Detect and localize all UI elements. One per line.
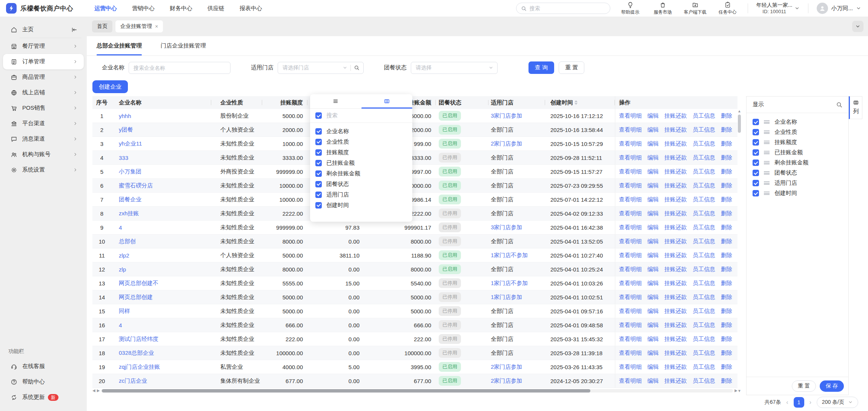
column-panel-tab[interactable]: 列 bbox=[849, 96, 862, 119]
action-link[interactable]: 查看明细 bbox=[619, 322, 642, 329]
applicable-stores-link[interactable]: 3家门店参加 bbox=[489, 224, 545, 231]
action-link[interactable]: 删除 bbox=[721, 252, 732, 259]
action-link[interactable]: 编辑 bbox=[647, 182, 659, 189]
drag-handle-icon[interactable] bbox=[764, 192, 770, 195]
enterprise-name-link[interactable]: 同样 bbox=[111, 308, 211, 315]
dropdown-column-item[interactable]: 剩余挂账金额 bbox=[310, 168, 412, 179]
action-link[interactable]: 挂账还款 bbox=[664, 350, 687, 357]
store-select[interactable]: 请选择门店 bbox=[278, 62, 364, 74]
scroll-up-icon[interactable]: ▲ bbox=[737, 109, 741, 113]
action-link[interactable]: 挂账还款 bbox=[664, 363, 687, 371]
enterprise-name-link[interactable]: zxh挂账 bbox=[111, 210, 211, 217]
enterprise-name-link[interactable]: 网页总部创建 bbox=[111, 294, 211, 301]
action-link[interactable]: 查看明细 bbox=[619, 112, 642, 120]
panel-save-button[interactable]: 保 存 bbox=[820, 380, 844, 392]
quick-service-market[interactable]: 服务市场 bbox=[651, 2, 674, 15]
dropdown-column-item[interactable]: 已挂账金额 bbox=[310, 158, 412, 168]
action-link[interactable]: 查看明细 bbox=[619, 363, 642, 371]
quick-client-download[interactable]: 客户端下载 bbox=[684, 2, 707, 15]
sidebar-item-goods[interactable]: 商品管理 bbox=[3, 69, 84, 85]
enterprise-name-link[interactable]: 蜜雪石碶分店 bbox=[111, 182, 211, 189]
action-link[interactable]: 查看明细 bbox=[619, 168, 642, 175]
drag-handle-icon[interactable] bbox=[764, 130, 770, 134]
enterprise-name-link[interactable]: 333 bbox=[111, 155, 211, 161]
breadcrumb-tab[interactable]: 企业挂账管理× bbox=[115, 20, 163, 32]
action-link[interactable]: 删除 bbox=[721, 154, 732, 161]
dropdown-tab-list[interactable] bbox=[310, 94, 361, 108]
enterprise-name-link[interactable]: zqj门店企业挂账 bbox=[111, 363, 211, 371]
checkbox-checked[interactable] bbox=[315, 139, 322, 145]
topnav-item[interactable]: 供应链 bbox=[207, 5, 224, 12]
checkbox-checked[interactable] bbox=[315, 170, 322, 177]
dropdown-search-input[interactable]: 搜索 bbox=[326, 112, 338, 119]
action-link[interactable]: 员工信息 bbox=[693, 336, 715, 343]
action-link[interactable]: 编辑 bbox=[647, 238, 659, 245]
action-link[interactable]: 员工信息 bbox=[693, 238, 715, 245]
action-link[interactable]: 挂账还款 bbox=[664, 322, 687, 329]
hscroll-track[interactable] bbox=[101, 389, 733, 393]
sort-icon[interactable] bbox=[575, 100, 578, 105]
action-link[interactable]: 挂账还款 bbox=[664, 196, 687, 203]
action-link[interactable]: 删除 bbox=[721, 377, 732, 385]
action-link[interactable]: 查看明细 bbox=[619, 336, 642, 343]
meal-status-select[interactable]: 请选择 bbox=[411, 62, 498, 74]
action-link[interactable]: 查看明细 bbox=[619, 238, 642, 245]
action-link[interactable]: 删除 bbox=[721, 266, 732, 273]
action-link[interactable]: 查看明细 bbox=[619, 266, 642, 273]
action-link[interactable]: 挂账还款 bbox=[664, 126, 687, 133]
checkbox-checked[interactable] bbox=[753, 139, 759, 146]
action-link[interactable]: 删除 bbox=[721, 168, 732, 175]
sidebar-item-platform[interactable]: 平台渠道 bbox=[3, 116, 84, 131]
page-size-select[interactable]: 200 条/页 bbox=[817, 397, 858, 408]
quick-help-tips[interactable]: 帮助提示 bbox=[619, 2, 642, 15]
applicable-stores-link[interactable]: 3家门店参加 bbox=[489, 112, 545, 120]
checkbox-checked[interactable] bbox=[753, 159, 759, 166]
close-icon[interactable]: × bbox=[155, 23, 158, 29]
action-link[interactable]: 员工信息 bbox=[693, 140, 715, 147]
drag-handle-icon[interactable] bbox=[764, 151, 770, 154]
sidebar-item-pos[interactable]: POS销售 bbox=[3, 100, 84, 116]
action-link[interactable]: 挂账还款 bbox=[664, 266, 687, 273]
action-link[interactable]: 删除 bbox=[721, 196, 732, 203]
action-link[interactable]: 员工信息 bbox=[693, 168, 715, 175]
applicable-stores-link[interactable]: 2家门店参加 bbox=[489, 377, 545, 385]
sidebar-footer-item-update[interactable]: 系统更新新 bbox=[3, 390, 84, 405]
checkbox-checked[interactable] bbox=[753, 170, 759, 176]
dropdown-tab-columns[interactable] bbox=[361, 94, 413, 108]
checkbox-checked[interactable] bbox=[315, 181, 322, 187]
enterprise-name-link[interactable]: yhhh bbox=[111, 113, 211, 119]
sidebar-item-message[interactable]: 消息渠道 bbox=[3, 131, 84, 147]
action-link[interactable]: 查看明细 bbox=[619, 224, 642, 231]
vscroll-thumb[interactable] bbox=[738, 115, 741, 133]
action-link[interactable]: 查看明细 bbox=[619, 350, 642, 357]
action-link[interactable]: 挂账还款 bbox=[664, 182, 687, 189]
action-link[interactable]: 员工信息 bbox=[693, 377, 715, 385]
action-link[interactable]: 员工信息 bbox=[693, 126, 715, 133]
enterprise-name-link[interactable]: zlp bbox=[111, 266, 211, 273]
prev-page-icon[interactable]: ‹ bbox=[786, 399, 788, 406]
topnav-item[interactable]: 营销中心 bbox=[132, 5, 155, 12]
action-link[interactable]: 员工信息 bbox=[693, 266, 715, 273]
reset-button[interactable]: 重 置 bbox=[559, 61, 584, 74]
checkbox-checked[interactable] bbox=[315, 149, 322, 156]
tab-list-toggle-button[interactable] bbox=[852, 21, 863, 32]
action-link[interactable]: 员工信息 bbox=[693, 210, 715, 217]
applicable-stores-link[interactable]: 1家门店参加 bbox=[489, 294, 545, 301]
checkbox-checked[interactable] bbox=[315, 202, 322, 209]
scroll-right-icon[interactable]: ▶ bbox=[97, 389, 100, 393]
drag-handle-icon[interactable] bbox=[764, 120, 770, 124]
topnav-item[interactable]: 运营中心 bbox=[94, 5, 117, 12]
sidebar-item-settings[interactable]: 系统设置 bbox=[3, 162, 84, 178]
sidebar-item-order[interactable]: 订单管理 bbox=[3, 54, 84, 69]
current-page[interactable]: 1 bbox=[794, 397, 804, 408]
drag-handle-icon[interactable] bbox=[764, 171, 770, 175]
action-link[interactable]: 编辑 bbox=[647, 224, 659, 231]
action-link[interactable]: 挂账还款 bbox=[664, 168, 687, 175]
enterprise-name-link[interactable]: 测试门店经纬度 bbox=[111, 336, 211, 343]
applicable-stores-link[interactable]: 1家门店不参加 bbox=[489, 280, 545, 287]
select-all-checkbox[interactable] bbox=[315, 112, 322, 119]
action-link[interactable]: 查看明细 bbox=[619, 154, 642, 161]
enterprise-name-link[interactable]: 4 bbox=[111, 224, 211, 231]
quick-task-center[interactable]: 任务中心 bbox=[716, 2, 739, 15]
action-link[interactable]: 挂账还款 bbox=[664, 377, 687, 385]
